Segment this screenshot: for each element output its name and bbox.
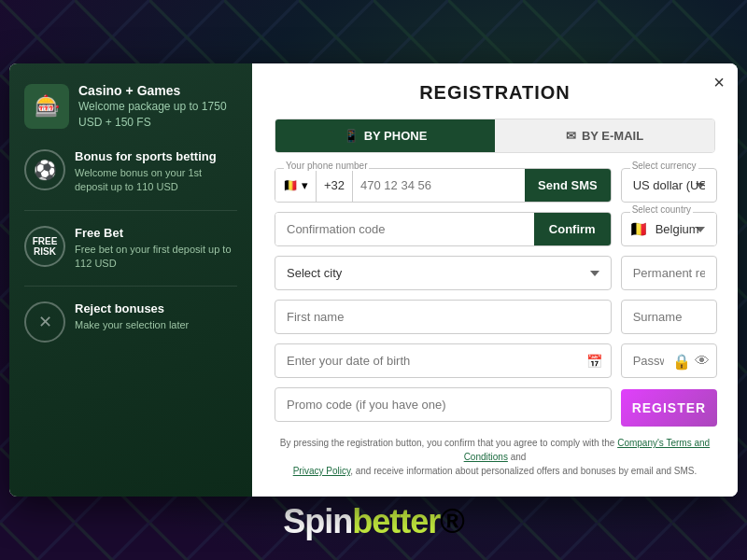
phone-tab-icon: 📱 [344, 129, 359, 143]
surname-group [621, 300, 718, 334]
phone-flag-selector[interactable]: 🇧🇪 ▾ [275, 169, 317, 202]
register-button[interactable]: REGISTER [621, 389, 718, 427]
bonus-sports-title: Bonus for sports betting [75, 149, 237, 163]
left-panel: 🎰 Casino + Games Welcome package up to 1… [9, 63, 252, 497]
send-sms-button[interactable]: Send SMS [525, 169, 611, 202]
password-group: 🔒 👁 [621, 343, 718, 378]
country-label: Select country [630, 204, 693, 215]
legal-text-after: , and receive information about personal… [350, 466, 697, 476]
currency-group: Select currency US dollar (USD) [621, 168, 718, 203]
address-input[interactable] [621, 256, 718, 290]
bonus-sports: ⚽ Bonus for sports betting Welcome bonus… [24, 149, 237, 211]
phone-input[interactable] [353, 169, 525, 202]
bonus-freebet-desc: Free bet on your first deposit up to 112… [75, 243, 237, 272]
city-group: Select city [275, 256, 612, 290]
bonus-reject-title: Reject bonuses [75, 301, 189, 315]
casino-title: Casino + Games [78, 82, 237, 99]
legal-text: By pressing the registration button, you… [275, 436, 715, 478]
promo-group [275, 387, 612, 427]
country-group: Select country 🇧🇪 Belgium [621, 212, 718, 246]
freebet-icon: FREERISK [24, 226, 65, 267]
calendar-icon: 📅 [586, 354, 602, 369]
password-icons: 🔒 👁 [672, 352, 710, 370]
phone-code: +32 [317, 169, 353, 202]
tab-email[interactable]: ✉ BY E-MAIL [495, 119, 714, 152]
bonus-freebet: FREERISK Free Bet Free bet on your first… [24, 226, 237, 287]
confirmation-row: Confirm [275, 212, 612, 246]
promo-input[interactable] [275, 387, 612, 422]
casino-icon: 🎰 [24, 84, 69, 129]
form-grid: Your phone number 🇧🇪 ▾ +32 Send SMS Sele… [275, 168, 715, 427]
chevron-down-icon: ▾ [302, 178, 308, 192]
register-group: REGISTER [621, 387, 718, 427]
bonus-freebet-title: Free Bet [75, 226, 237, 240]
country-row: 🇧🇪 Belgium [621, 212, 718, 246]
firstname-input[interactable] [275, 300, 612, 334]
currency-label: Select currency [630, 161, 698, 171]
country-select[interactable]: Belgium [655, 213, 717, 245]
surname-input[interactable] [621, 300, 718, 334]
firstname-group [275, 300, 612, 334]
flag-icon: 🇧🇪 [283, 178, 298, 192]
legal-text-before: By pressing the registration button, you… [280, 438, 617, 448]
city-select[interactable]: Select city [275, 256, 612, 290]
dob-input[interactable] [275, 343, 612, 378]
legal-text-middle: and [508, 452, 526, 462]
email-tab-label: BY E-MAIL [582, 129, 643, 143]
tab-row: 📱 BY PHONE ✉ BY E-MAIL [275, 119, 715, 153]
bonus-reject: ✕ Reject bonuses Make your selection lat… [24, 301, 237, 343]
bonus-sports-desc: Welcome bonus on your 1st deposit up to … [75, 166, 237, 195]
casino-header: 🎰 Casino + Games Welcome package up to 1… [24, 82, 237, 131]
phone-tab-label: BY PHONE [364, 129, 428, 143]
confirm-button[interactable]: Confirm [534, 213, 611, 245]
right-panel: REGISTRATION 📱 BY PHONE ✉ BY E-MAIL Your… [252, 63, 738, 497]
phone-label: Your phone number [284, 161, 369, 171]
registration-modal: × 🎰 Casino + Games Welcome package up to… [9, 63, 738, 497]
eye-icon[interactable]: 👁 [695, 352, 710, 370]
casino-subtitle: Welcome package up to 1750 USD + 150 FS [78, 99, 237, 131]
currency-select[interactable]: US dollar (USD) [621, 168, 718, 203]
close-button[interactable]: × [713, 73, 725, 91]
confirmation-input[interactable] [275, 213, 534, 245]
confirmation-group: Confirm [275, 212, 612, 246]
dob-group: 📅 [275, 343, 612, 378]
sports-icon: ⚽ [24, 149, 65, 190]
tab-phone[interactable]: 📱 BY PHONE [275, 119, 495, 152]
privacy-link[interactable]: Privacy Policy [293, 466, 351, 476]
address-group [621, 256, 718, 290]
bonus-reject-desc: Make your selection later [75, 318, 189, 332]
reject-icon: ✕ [24, 301, 65, 343]
page-title: REGISTRATION [275, 82, 715, 104]
email-tab-icon: ✉ [566, 129, 576, 143]
country-flag-icon: 🇧🇪 [622, 220, 655, 238]
lock-icon: 🔒 [672, 352, 691, 370]
phone-group: Your phone number 🇧🇪 ▾ +32 Send SMS [275, 168, 612, 203]
phone-row: 🇧🇪 ▾ +32 Send SMS [275, 168, 612, 203]
modal-overlay: × 🎰 Casino + Games Welcome package up to… [0, 0, 747, 560]
